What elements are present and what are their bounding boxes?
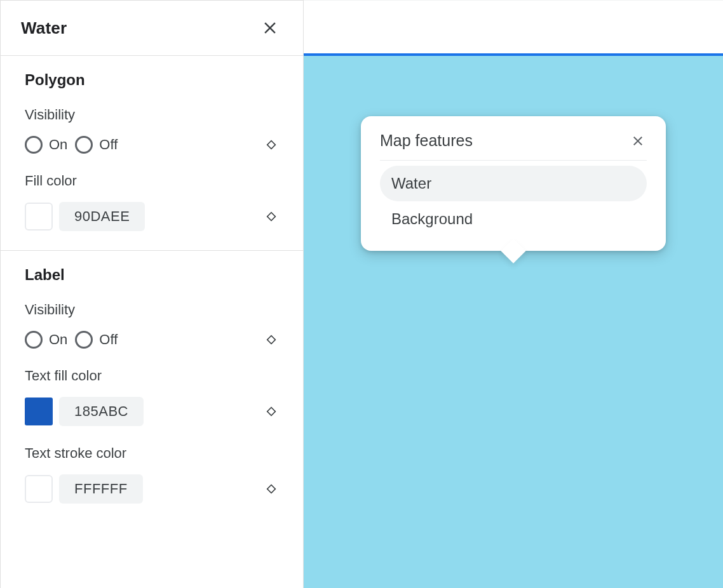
section-polygon: Polygon Visibility On Off Fill (1, 56, 303, 251)
override-indicator-icon[interactable] (264, 209, 279, 224)
polygon-visibility-off[interactable]: Off (75, 136, 118, 154)
popup-item-background[interactable]: Background (380, 201, 647, 237)
section-label: Label Visibility On Off Text fi (1, 251, 303, 523)
label-textfill-label: Text fill color (25, 368, 279, 384)
label-visibility-row: On Off (25, 331, 279, 349)
close-icon[interactable] (257, 15, 283, 41)
label-visibility-label: Visibility (25, 302, 279, 318)
close-icon[interactable] (629, 132, 647, 150)
map-preview: Map features Water Background (304, 0, 723, 588)
radio-label-on: On (49, 331, 67, 348)
polygon-visibility-row: On Off (25, 136, 279, 154)
preview-topbar (304, 0, 723, 56)
label-textstroke-swatch[interactable] (25, 475, 53, 503)
popup-item-water[interactable]: Water (380, 166, 647, 201)
map-features-popup: Map features Water Background (361, 116, 666, 251)
section-heading-polygon: Polygon (25, 71, 279, 89)
override-indicator-icon[interactable] (264, 137, 279, 152)
popup-header: Map features (380, 131, 647, 161)
label-visibility-off[interactable]: Off (75, 331, 118, 349)
swatch-color (28, 206, 50, 227)
polygon-visibility-label: Visibility (25, 107, 279, 123)
radio-icon (25, 136, 43, 154)
swatch-color (25, 398, 53, 425)
polygon-visibility-on[interactable]: On (25, 136, 67, 154)
override-indicator-icon[interactable] (264, 404, 279, 419)
label-textstroke-row: FFFFFF (25, 474, 279, 504)
label-textfill-swatch[interactable] (25, 398, 53, 425)
override-indicator-icon[interactable] (264, 481, 279, 497)
radio-icon (75, 136, 93, 154)
radio-icon (25, 331, 43, 349)
label-visibility-on[interactable]: On (25, 331, 67, 349)
radio-icon (75, 331, 93, 349)
polygon-fillcolor-row: 90DAEE (25, 202, 279, 231)
radio-label-on: On (49, 137, 67, 153)
label-textstroke-hex[interactable]: FFFFFF (59, 474, 143, 504)
polygon-visibility-radio-group: On Off (25, 136, 118, 154)
app-root: Water Polygon Visibility On Off (0, 0, 723, 588)
override-indicator-icon[interactable] (264, 332, 279, 347)
swatch-color (28, 478, 50, 500)
panel-title: Water (21, 18, 67, 38)
label-textfill-row: 185ABC (25, 397, 279, 426)
label-visibility-radio-group: On Off (25, 331, 118, 349)
radio-label-off: Off (99, 137, 118, 153)
radio-label-off: Off (99, 331, 118, 348)
polygon-fillcolor-label: Fill color (25, 173, 279, 189)
label-textstroke-label: Text stroke color (25, 445, 279, 462)
preview-canvas[interactable]: Map features Water Background (304, 56, 723, 588)
polygon-fillcolor-swatch[interactable] (25, 203, 53, 231)
label-textfill-hex[interactable]: 185ABC (59, 397, 144, 426)
polygon-fillcolor-hex[interactable]: 90DAEE (59, 202, 145, 231)
style-sidebar: Water Polygon Visibility On Off (0, 0, 304, 588)
popup-title: Map features (380, 131, 473, 150)
section-heading-label: Label (25, 266, 279, 284)
panel-header: Water (1, 0, 303, 56)
